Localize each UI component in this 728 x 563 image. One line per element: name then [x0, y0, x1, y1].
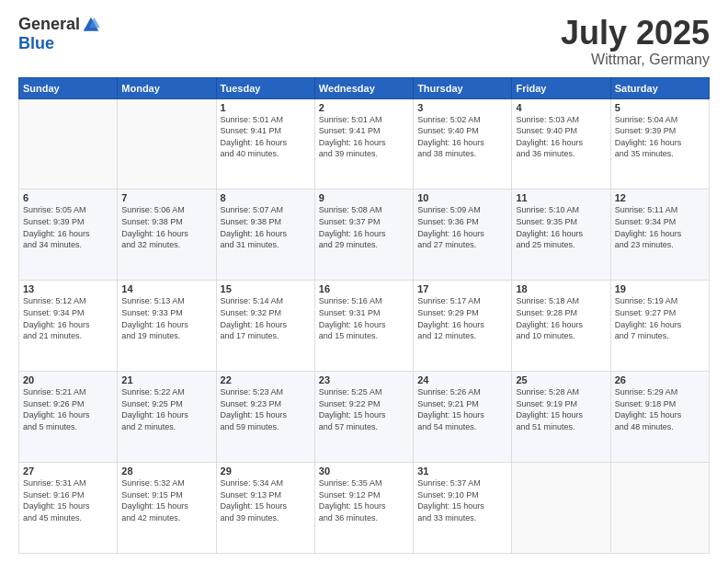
- day-info: Sunrise: 5:32 AM Sunset: 9:15 PM Dayligh…: [121, 477, 211, 523]
- day-number: 14: [121, 283, 211, 294]
- day-info: Sunrise: 5:21 AM Sunset: 9:26 PM Dayligh…: [23, 386, 113, 432]
- calendar-page: General Blue July 2025 Wittmar, Germany …: [0, 0, 728, 563]
- day-info: Sunrise: 5:08 AM Sunset: 9:37 PM Dayligh…: [319, 204, 409, 250]
- day-number: 23: [319, 374, 409, 385]
- table-row: 5Sunrise: 5:04 AM Sunset: 9:39 PM Daylig…: [610, 98, 709, 190]
- day-number: 27: [23, 465, 113, 477]
- day-number: 1: [221, 102, 311, 113]
- day-info: Sunrise: 5:01 AM Sunset: 9:41 PM Dayligh…: [319, 114, 409, 160]
- table-row: 30Sunrise: 5:35 AM Sunset: 9:12 PM Dayli…: [314, 463, 413, 554]
- day-info: Sunrise: 5:03 AM Sunset: 9:40 PM Dayligh…: [516, 114, 606, 160]
- month-title: July 2025: [561, 15, 710, 52]
- day-number: 18: [516, 283, 606, 294]
- day-number: 4: [516, 102, 606, 113]
- table-row: 6Sunrise: 5:05 AM Sunset: 9:39 PM Daylig…: [19, 190, 118, 281]
- calendar-week-row: 20Sunrise: 5:21 AM Sunset: 9:26 PM Dayli…: [19, 372, 710, 463]
- table-row: 27Sunrise: 5:31 AM Sunset: 9:16 PM Dayli…: [19, 463, 118, 554]
- table-row: 18Sunrise: 5:18 AM Sunset: 9:28 PM Dayli…: [512, 281, 610, 372]
- calendar-week-row: 13Sunrise: 5:12 AM Sunset: 9:34 PM Dayli…: [19, 281, 710, 372]
- day-info: Sunrise: 5:23 AM Sunset: 9:23 PM Dayligh…: [221, 386, 311, 432]
- header-saturday: Saturday: [610, 77, 709, 98]
- day-info: Sunrise: 5:06 AM Sunset: 9:38 PM Dayligh…: [121, 204, 211, 250]
- table-row: 7Sunrise: 5:06 AM Sunset: 9:38 PM Daylig…: [118, 190, 216, 281]
- day-number: 9: [319, 192, 409, 203]
- day-info: Sunrise: 5:02 AM Sunset: 9:40 PM Dayligh…: [417, 114, 507, 160]
- table-row: 26Sunrise: 5:29 AM Sunset: 9:18 PM Dayli…: [610, 372, 709, 463]
- table-row: 31Sunrise: 5:37 AM Sunset: 9:10 PM Dayli…: [414, 463, 512, 554]
- day-info: Sunrise: 5:31 AM Sunset: 9:16 PM Dayligh…: [23, 477, 113, 523]
- day-number: 15: [221, 283, 311, 294]
- day-info: Sunrise: 5:01 AM Sunset: 9:41 PM Dayligh…: [221, 114, 311, 160]
- day-info: Sunrise: 5:07 AM Sunset: 9:38 PM Dayligh…: [221, 204, 311, 250]
- header-sunday: Sunday: [19, 77, 118, 98]
- calendar-week-row: 27Sunrise: 5:31 AM Sunset: 9:16 PM Dayli…: [19, 463, 710, 554]
- day-info: Sunrise: 5:12 AM Sunset: 9:34 PM Dayligh…: [23, 295, 113, 341]
- header: General Blue July 2025 Wittmar, Germany: [18, 15, 710, 68]
- location: Wittmar, Germany: [561, 52, 710, 68]
- day-info: Sunrise: 5:25 AM Sunset: 9:22 PM Dayligh…: [319, 386, 409, 432]
- day-number: 19: [615, 283, 705, 294]
- day-info: Sunrise: 5:35 AM Sunset: 9:12 PM Dayligh…: [319, 477, 409, 523]
- table-row: 17Sunrise: 5:17 AM Sunset: 9:29 PM Dayli…: [414, 281, 512, 372]
- table-row: 9Sunrise: 5:08 AM Sunset: 9:37 PM Daylig…: [314, 190, 413, 281]
- table-row: 1Sunrise: 5:01 AM Sunset: 9:41 PM Daylig…: [216, 98, 314, 190]
- header-wednesday: Wednesday: [314, 77, 413, 98]
- table-row: 15Sunrise: 5:14 AM Sunset: 9:32 PM Dayli…: [216, 281, 314, 372]
- logo-icon: [82, 16, 100, 34]
- day-info: Sunrise: 5:14 AM Sunset: 9:32 PM Dayligh…: [221, 295, 311, 341]
- day-info: Sunrise: 5:28 AM Sunset: 9:19 PM Dayligh…: [516, 386, 606, 432]
- day-info: Sunrise: 5:19 AM Sunset: 9:27 PM Dayligh…: [615, 295, 705, 341]
- header-thursday: Thursday: [414, 77, 512, 98]
- day-info: Sunrise: 5:10 AM Sunset: 9:35 PM Dayligh…: [516, 204, 606, 250]
- table-row: 25Sunrise: 5:28 AM Sunset: 9:19 PM Dayli…: [512, 372, 610, 463]
- table-row: 12Sunrise: 5:11 AM Sunset: 9:34 PM Dayli…: [610, 190, 709, 281]
- table-row: 3Sunrise: 5:02 AM Sunset: 9:40 PM Daylig…: [414, 98, 512, 190]
- calendar-table: Sunday Monday Tuesday Wednesday Thursday…: [18, 77, 710, 554]
- table-row: 11Sunrise: 5:10 AM Sunset: 9:35 PM Dayli…: [512, 190, 610, 281]
- day-info: Sunrise: 5:09 AM Sunset: 9:36 PM Dayligh…: [417, 204, 507, 250]
- day-info: Sunrise: 5:26 AM Sunset: 9:21 PM Dayligh…: [417, 386, 507, 432]
- day-number: 16: [319, 283, 409, 294]
- day-info: Sunrise: 5:17 AM Sunset: 9:29 PM Dayligh…: [417, 295, 507, 341]
- day-number: 6: [23, 192, 113, 203]
- day-number: 25: [516, 374, 606, 385]
- table-row: 28Sunrise: 5:32 AM Sunset: 9:15 PM Dayli…: [118, 463, 216, 554]
- logo: General Blue: [18, 15, 100, 53]
- day-number: 29: [221, 465, 311, 477]
- table-row: [19, 98, 118, 190]
- table-row: 29Sunrise: 5:34 AM Sunset: 9:13 PM Dayli…: [216, 463, 314, 554]
- logo-general-text: General: [18, 15, 80, 34]
- day-number: 7: [121, 192, 211, 203]
- day-info: Sunrise: 5:22 AM Sunset: 9:25 PM Dayligh…: [121, 386, 211, 432]
- day-number: 3: [417, 102, 507, 113]
- day-number: 5: [615, 102, 705, 113]
- day-info: Sunrise: 5:13 AM Sunset: 9:33 PM Dayligh…: [121, 295, 211, 341]
- day-info: Sunrise: 5:16 AM Sunset: 9:31 PM Dayligh…: [319, 295, 409, 341]
- table-row: 10Sunrise: 5:09 AM Sunset: 9:36 PM Dayli…: [414, 190, 512, 281]
- day-number: 13: [23, 283, 113, 294]
- day-number: 11: [516, 192, 606, 203]
- logo-blue-text: Blue: [18, 34, 54, 53]
- calendar-week-row: 1Sunrise: 5:01 AM Sunset: 9:41 PM Daylig…: [19, 98, 710, 190]
- day-info: Sunrise: 5:05 AM Sunset: 9:39 PM Dayligh…: [23, 204, 113, 250]
- day-info: Sunrise: 5:37 AM Sunset: 9:10 PM Dayligh…: [417, 477, 507, 523]
- day-number: 8: [221, 192, 311, 203]
- header-tuesday: Tuesday: [216, 77, 314, 98]
- table-row: 4Sunrise: 5:03 AM Sunset: 9:40 PM Daylig…: [512, 98, 610, 190]
- table-row: [610, 463, 709, 554]
- day-number: 24: [417, 374, 507, 385]
- day-number: 10: [417, 192, 507, 203]
- header-friday: Friday: [512, 77, 610, 98]
- day-number: 22: [221, 374, 311, 385]
- day-number: 2: [319, 102, 409, 113]
- day-number: 21: [121, 374, 211, 385]
- title-block: July 2025 Wittmar, Germany: [561, 15, 710, 68]
- day-number: 31: [417, 465, 507, 477]
- table-row: 8Sunrise: 5:07 AM Sunset: 9:38 PM Daylig…: [216, 190, 314, 281]
- day-info: Sunrise: 5:29 AM Sunset: 9:18 PM Dayligh…: [615, 386, 705, 432]
- table-row: 20Sunrise: 5:21 AM Sunset: 9:26 PM Dayli…: [19, 372, 118, 463]
- calendar-week-row: 6Sunrise: 5:05 AM Sunset: 9:39 PM Daylig…: [19, 190, 710, 281]
- table-row: 13Sunrise: 5:12 AM Sunset: 9:34 PM Dayli…: [19, 281, 118, 372]
- table-row: 24Sunrise: 5:26 AM Sunset: 9:21 PM Dayli…: [414, 372, 512, 463]
- table-row: [118, 98, 216, 190]
